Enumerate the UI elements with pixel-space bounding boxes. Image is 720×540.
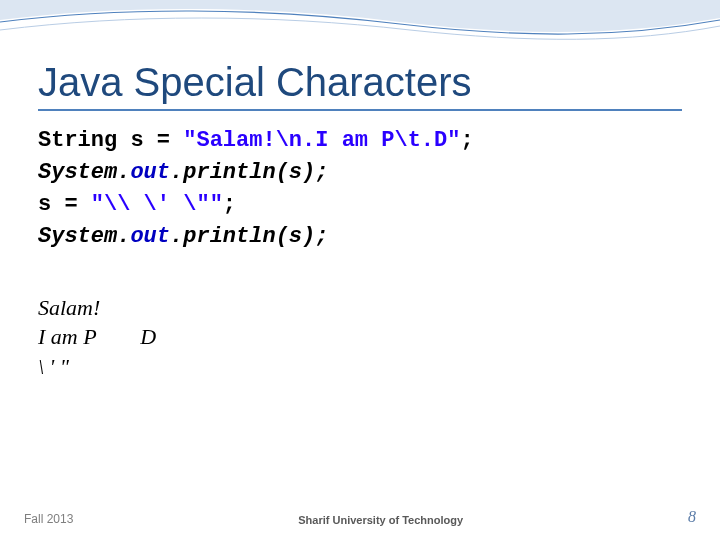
code-text: ; [223,192,236,217]
code-block: String s = "Salam!\n.I am P\t.D"; System… [38,125,682,253]
slide-number: 8 [688,508,696,526]
code-text: .println(s); [170,224,328,249]
decorative-top-wave [0,0,720,60]
string-literal: "\\ \' \"" [91,192,223,217]
code-text: s = [38,192,91,217]
string-literal: "Salam!\n.I am P\t.D" [183,128,460,153]
footer-left: Fall 2013 [24,512,73,526]
code-line-1: String s = "Salam!\n.I am P\t.D"; [38,125,682,157]
code-text: System. [38,160,130,185]
static-field: out [130,224,170,249]
code-text: ; [460,128,473,153]
code-text: String s = [38,128,183,153]
output-line-1: Salam! [38,293,682,323]
slide-title: Java Special Characters [38,60,682,105]
code-text: System. [38,224,130,249]
output-line-3: \ ' " [38,352,682,382]
code-line-3: s = "\\ \' \""; [38,189,682,221]
code-line-2: System.out.println(s); [38,157,682,189]
slide-content: Java Special Characters String s = "Sala… [38,60,682,382]
output-line-2: I am P D [38,322,682,352]
code-line-4: System.out.println(s); [38,221,682,253]
slide-footer: Fall 2013 Sharif University of Technolog… [24,508,696,526]
title-underline [38,109,682,111]
output-block: Salam! I am P D \ ' " [38,293,682,382]
code-text: .println(s); [170,160,328,185]
static-field: out [130,160,170,185]
footer-center: Sharif University of Technology [298,514,463,526]
